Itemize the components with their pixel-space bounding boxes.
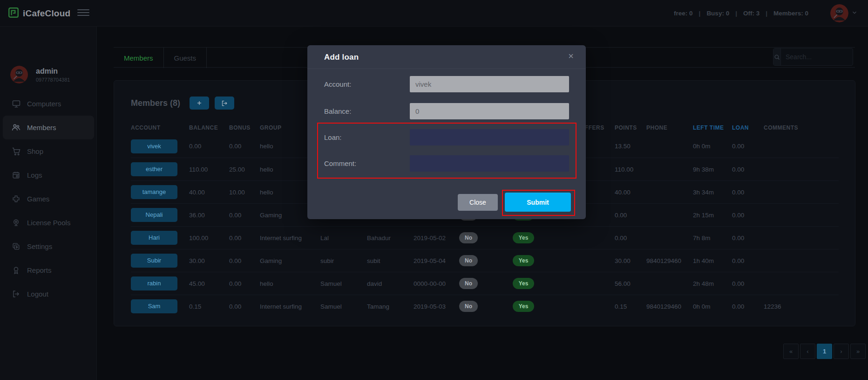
cell-left-time: 1h 40m: [693, 257, 732, 264]
column-header[interactable]: COMMENTS: [764, 124, 839, 131]
no-badge: No: [459, 278, 478, 289]
avatar[interactable]: [830, 4, 848, 22]
column-header[interactable]: BALANCE: [189, 124, 229, 131]
webcam-icon: [11, 218, 21, 228]
sidebar-item-label: Logout: [27, 290, 48, 298]
logo-text: iCafeCloud: [23, 8, 70, 19]
account-button[interactable]: vivek: [131, 139, 177, 153]
page-nav-button[interactable]: «: [783, 344, 799, 359]
column-header[interactable]: PHONE: [646, 124, 693, 131]
yes-badge: Yes: [513, 278, 534, 289]
tab-members[interactable]: Members: [114, 48, 164, 68]
cell-group: Gaming: [260, 257, 320, 264]
page-nav-button[interactable]: ›: [834, 344, 849, 359]
cell-loan: 0.00: [732, 235, 764, 242]
page-nav-button[interactable]: ‹: [800, 344, 815, 359]
column-header[interactable]: ACCOUNT: [131, 124, 189, 131]
cell-flag-yes: Yes: [513, 278, 580, 289]
cell-flag-no: No: [459, 255, 513, 266]
sidebar-profile: admin 097778704381: [10, 66, 70, 84]
cell-bonus: 0.00: [229, 143, 260, 150]
cell-account: Subir: [131, 254, 189, 268]
cell-balance: 0.15: [189, 303, 229, 310]
cell-birthday: 2019-05-04: [414, 257, 459, 264]
sidebar-item-computers[interactable]: Computers: [0, 92, 97, 116]
column-header[interactable]: LEFT TIME: [693, 124, 732, 131]
cell-bonus: 0.00: [229, 235, 260, 242]
sidebar-item-label: Members: [27, 124, 56, 131]
account-button[interactable]: esther: [131, 162, 177, 176]
cell-first-name: subir: [320, 257, 367, 264]
cell-account: rabin: [131, 276, 189, 290]
cell-birthday: 2019-05-03: [414, 303, 459, 310]
account-button[interactable]: Nepali: [131, 208, 177, 222]
chevron-down-icon[interactable]: [851, 9, 858, 18]
cell-balance: 45.00: [189, 280, 229, 287]
cell-last-name: david: [367, 280, 414, 287]
station-stats: free: 0|Busy: 0|Off: 3|Members: 0: [674, 0, 808, 27]
cell-points: 110.00: [615, 166, 646, 173]
account-button[interactable]: Sam: [131, 299, 177, 313]
cell-flag-no: No: [459, 301, 513, 312]
modal-field-row: Account:: [307, 76, 586, 92]
sidebar-item-label: Shop: [27, 147, 43, 155]
cell-left-time: 0h 0m: [693, 303, 732, 310]
close-button[interactable]: Close: [458, 194, 498, 211]
column-header[interactable]: POINTS: [615, 124, 646, 131]
add-member-button[interactable]: [190, 97, 209, 110]
cell-loan: 0.00: [732, 143, 764, 150]
account-button[interactable]: rabin: [131, 276, 177, 290]
column-header[interactable]: LOAN: [732, 124, 764, 131]
cell-loan: 0.00: [732, 166, 764, 173]
cell-group: Internet surfing: [260, 303, 320, 310]
account-input: [410, 76, 569, 92]
app-root: iCafeCloud free: 0|Busy: 0|Off: 3|Member…: [0, 0, 868, 380]
loan-input[interactable]: [410, 129, 569, 145]
sidebar-item-label: Games: [27, 195, 49, 203]
account-button[interactable]: Subir: [131, 254, 177, 268]
cell-account: Sam: [131, 299, 189, 313]
sidebar-item-reports[interactable]: Reports: [0, 258, 97, 282]
comment-input[interactable]: [410, 155, 569, 172]
user-menu[interactable]: [830, 4, 858, 22]
sidebar-item-logs[interactable]: Logs: [0, 163, 97, 187]
sidebar-item-logout[interactable]: Logout: [0, 282, 97, 306]
account-button[interactable]: tamange: [131, 185, 177, 199]
no-badge: No: [459, 232, 478, 243]
column-header[interactable]: BONUS: [229, 124, 260, 131]
cell-last-name: Bahadur: [367, 235, 414, 242]
members-heading: Members (8): [131, 98, 180, 108]
tab-guests[interactable]: Guests: [164, 48, 207, 68]
sidebar-item-games[interactable]: Games: [0, 187, 97, 211]
table-row: Hari100.000.00Internet surfingLalBahadur…: [131, 226, 839, 249]
stat-separator: |: [735, 10, 737, 17]
page-nav-button[interactable]: »: [850, 344, 866, 359]
sidebar-item-members[interactable]: Members: [3, 116, 94, 139]
submit-button[interactable]: Submit: [505, 193, 571, 212]
sidebar-item-label: Computers: [27, 100, 61, 108]
field-label-comment: Comment:: [324, 155, 356, 172]
sidebar-item-shop[interactable]: Shop: [0, 139, 97, 163]
export-members-button[interactable]: [215, 97, 234, 110]
cell-bonus: 10.00: [229, 189, 260, 196]
logout-icon: [11, 289, 21, 299]
cell-bonus: 0.00: [229, 280, 260, 287]
account-button[interactable]: Hari: [131, 231, 177, 245]
field-label-loan: Loan:: [324, 129, 342, 145]
modal-field-row: Balance:: [307, 103, 586, 119]
stat-off: Off: 3: [743, 10, 760, 17]
icafecloud-logo-icon: [7, 7, 20, 21]
cell-group: Internet surfing: [260, 235, 320, 242]
search-input[interactable]: [781, 48, 868, 65]
hamburger-menu-icon[interactable]: [77, 9, 89, 18]
sidebar-item-license-pools[interactable]: License Pools: [0, 211, 97, 235]
cell-first-name: Samuel: [320, 303, 367, 310]
cell-points: 0.00: [615, 212, 646, 219]
yes-badge: Yes: [513, 232, 534, 243]
field-label-account: Account:: [324, 76, 351, 92]
page-current[interactable]: 1: [817, 344, 832, 359]
sidebar-item-settings[interactable]: Settings: [0, 235, 97, 258]
close-icon[interactable]: ×: [568, 50, 574, 62]
cell-loan: 0.00: [732, 189, 764, 196]
cell-points: 13.50: [615, 143, 646, 150]
